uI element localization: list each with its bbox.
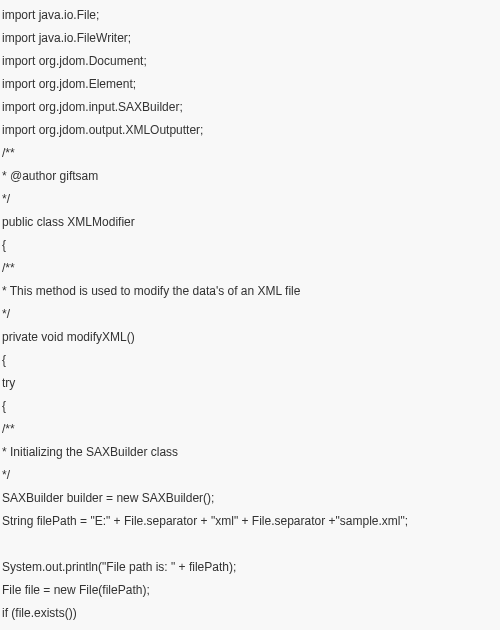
code-line: import org.jdom.input.SAXBuilder; <box>2 96 500 119</box>
code-line: File file = new File(filePath); <box>2 579 500 602</box>
code-line: /** <box>2 142 500 165</box>
code-line <box>2 533 500 556</box>
code-line: { <box>2 234 500 257</box>
code-line: /** <box>2 418 500 441</box>
code-line: try <box>2 372 500 395</box>
code-line: import org.jdom.Element; <box>2 73 500 96</box>
code-line: System.out.println("File path is: " + fi… <box>2 556 500 579</box>
code-line: { <box>2 625 500 630</box>
code-line: */ <box>2 464 500 487</box>
code-block: import java.io.File; import java.io.File… <box>0 0 500 630</box>
code-line: * @author giftsam <box>2 165 500 188</box>
code-line: import java.io.FileWriter; <box>2 27 500 50</box>
code-line: import org.jdom.output.XMLOutputter; <box>2 119 500 142</box>
code-line: if (file.exists()) <box>2 602 500 625</box>
code-line: { <box>2 395 500 418</box>
code-line: * This method is used to modify the data… <box>2 280 500 303</box>
code-line: String filePath = "E:" + File.separator … <box>2 510 500 533</box>
code-line: private void modifyXML() <box>2 326 500 349</box>
code-line: */ <box>2 303 500 326</box>
code-line: import java.io.File; <box>2 4 500 27</box>
code-line: SAXBuilder builder = new SAXBuilder(); <box>2 487 500 510</box>
code-line: */ <box>2 188 500 211</box>
code-line: * Initializing the SAXBuilder class <box>2 441 500 464</box>
code-line: /** <box>2 257 500 280</box>
code-line: import org.jdom.Document; <box>2 50 500 73</box>
code-line: { <box>2 349 500 372</box>
code-line: public class XMLModifier <box>2 211 500 234</box>
